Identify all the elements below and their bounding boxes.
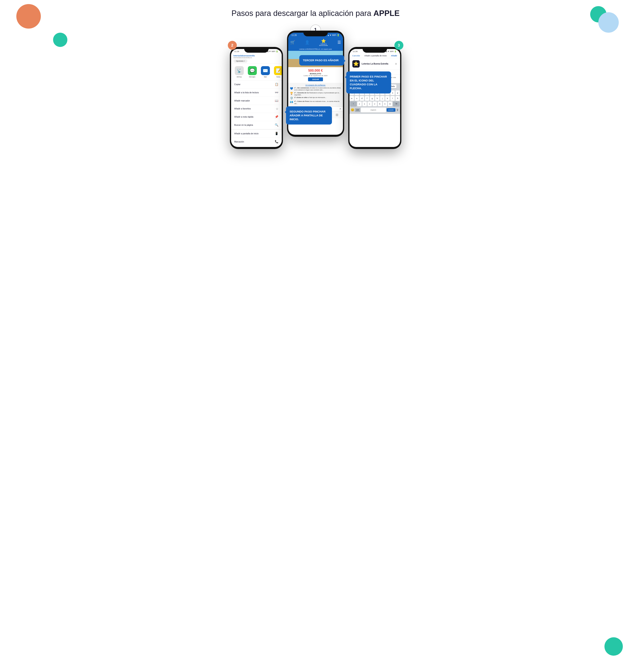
share-icon-messages[interactable]: 💬 Mensajes <box>247 66 257 78</box>
key-x[interactable]: x <box>362 101 367 106</box>
book-icon: 📖 <box>275 99 278 102</box>
key-j[interactable]: j <box>380 96 385 101</box>
p1-breadcrumb-text: Loterías LA BUENA ESTRELLA: ¡Un espacio … <box>299 48 332 50</box>
p2-options-label: Opciones > <box>236 60 245 62</box>
p2-options-btn[interactable]: Opciones > <box>234 59 248 63</box>
messages-icon: 💬 <box>248 66 257 75</box>
bubble3-text: TERCER PASO ES AÑADIR <box>303 59 339 62</box>
play-button[interactable]: JUGAR <box>308 77 323 81</box>
delete-key[interactable]: ⌫ <box>393 101 399 106</box>
trust-desc-3: Todo tipo de información... <box>309 97 326 98</box>
deco-circle-orange <box>16 4 41 29</box>
trust-item-2: 🏆 2°.- Garantía de Co Realizada la compr… <box>290 92 341 96</box>
p1-prize: 500.000 € BONOLOTO Lunes 16 de septiembr… <box>288 67 343 83</box>
menu-read-list[interactable]: Añadir a la lista de lectura 👓 <box>231 89 282 97</box>
notes-icon: 📝 <box>274 66 282 75</box>
key-p[interactable]: p <box>395 91 400 95</box>
key-m[interactable]: m <box>388 101 392 106</box>
share-icon-mail[interactable]: ✉️ Mail <box>261 66 270 78</box>
star-outline-icon: ☆ <box>276 107 278 111</box>
user-icon[interactable]: 👤 <box>305 40 310 45</box>
menu-marcacion[interactable]: Marcación 📞 <box>231 138 282 146</box>
reload-icon[interactable]: ↺ <box>339 108 341 110</box>
bubble3: TERCER PASO ES AÑADIR <box>299 55 344 66</box>
trust-title-1: 1°.- Sin comisiones: <box>294 87 310 89</box>
p3-app-info: Loterías La Buena Estrella <box>362 63 388 65</box>
menu-icon[interactable]: ☰ <box>337 40 341 45</box>
deco-circle-teal-small <box>53 33 67 47</box>
menu-find[interactable]: Buscar en la página 🔍 <box>231 121 282 129</box>
phone3-screen: 11:26 ▲▼ WiFi 🔋 Cancelar Añadir a pantal… <box>349 49 400 147</box>
p2-statusbar: 11:26 ▲▼ WiFi 🔋 <box>231 49 282 53</box>
p2-share-url: loteriaslabuenaestrella.es <box>234 57 279 58</box>
menu-copy[interactable]: Copiar 📋 <box>231 80 282 89</box>
trust-text-1: 1°.- Sin comisiones: Al estar en el cana… <box>294 87 341 91</box>
accept-key[interactable]: aceptar <box>387 108 395 112</box>
share-icon-notes[interactable]: 📝 Notas <box>273 66 282 78</box>
trust-text-4: 4°.- Cobro de Prem Una vez realizado el … <box>294 100 341 104</box>
share-icon-airdrop[interactable]: 📡 AirDrop <box>234 66 244 78</box>
key-f[interactable]: f <box>365 96 369 101</box>
key-a[interactable]: a <box>349 96 354 101</box>
phone3-wrap: 3 11:26 ▲▼ WiFi 🔋 Cancelar Añadir a pant… <box>348 47 401 149</box>
key-g[interactable]: g <box>370 96 374 101</box>
trust-text-3: 3°.-Estás en sitio s Todo tipo de inform… <box>294 97 326 99</box>
airdrop-icon: 📡 <box>235 66 244 75</box>
p3-header: Cancelar Añadir a pantalla de inicio Aña… <box>349 53 400 58</box>
p2-share-site: loteriaslabuenaestrella <box>234 54 279 57</box>
messages-label: Mensajes <box>249 76 256 78</box>
p3-mic-area: 🎙 <box>396 109 399 112</box>
key-h[interactable]: h <box>375 96 380 101</box>
clear-icon[interactable]: ✕ <box>395 62 397 66</box>
shift-key[interactable]: ⇧ <box>350 101 357 106</box>
menu-read-list-label: Añadir a la lista de lectura <box>234 92 259 94</box>
emoji-icon[interactable]: 😊 <box>351 108 355 112</box>
key-123[interactable]: 123 <box>355 108 360 112</box>
step3-number: 3 <box>394 41 404 50</box>
steps-row: 2 11:26 ▲▼ WiFi 🔋 loteriaslabuenaestrell… <box>197 31 434 149</box>
key-k[interactable]: k <box>385 96 390 101</box>
add-button[interactable]: Añadir <box>391 54 397 57</box>
menu-print[interactable]: Imprimir 🖨️ <box>231 146 282 147</box>
menu-add-home[interactable]: Añadir a pantalla de inicio 📱 <box>231 129 282 138</box>
cancel-button[interactable]: Cancelar <box>353 54 360 57</box>
key-v[interactable]: v <box>372 101 377 106</box>
trust-item-1: 💙 1°.- Sin comisiones: Al estar en el ca… <box>290 87 341 91</box>
step2-number: 2 <box>228 41 237 50</box>
cart-icon[interactable]: 🛒 <box>290 40 295 45</box>
key-n-tilde[interactable]: ñ <box>395 96 400 101</box>
menu-add-home-label: Añadir a pantalla de inicio <box>234 133 259 135</box>
key-b[interactable]: b <box>378 101 382 106</box>
phone2-wrap: 2 11:26 ▲▼ WiFi 🔋 loteriaslabuenaestrell… <box>230 47 283 149</box>
deco-circle-teal-top <box>590 6 607 22</box>
key-l[interactable]: l <box>390 96 395 101</box>
menu-bookmark-label: Añadir marcador <box>234 100 250 102</box>
airdrop-label: AirDrop <box>237 76 242 78</box>
key-d[interactable]: d <box>360 96 364 101</box>
key-z[interactable]: z <box>357 101 362 106</box>
keyboard-bottom-row: 😊 123 espacio aceptar 🎙 <box>350 107 400 113</box>
key-n[interactable]: n <box>383 101 387 106</box>
p3-emoji-area: 😊 <box>351 108 355 112</box>
guarantee-icon: 🏆 <box>290 92 293 95</box>
deco-circle-blue-light <box>598 12 619 33</box>
p3-title: Añadir a pantalla de inicio <box>364 54 387 57</box>
p1-time: 11:26 <box>292 34 297 36</box>
menu-favorites[interactable]: Añadir a favoritos ☆ <box>231 105 282 113</box>
tabs-icon[interactable]: ⊞ <box>336 113 338 117</box>
shield-icon: 🛡️ <box>290 97 293 100</box>
menu-find-label: Buscar en la página <box>234 124 253 126</box>
p1-breadcrumb: Loterías LA BUENA ESTRELLA: ¡Un espacio … <box>288 47 343 51</box>
app-name: Loterías La Buena Estrella <box>362 63 388 65</box>
p1-logo: ⭐ Loterías laBuena Estrella <box>319 39 328 46</box>
bubble1-text: PRIMER PASO ES PINCHAR EN EL ICONO DEL C… <box>350 75 387 90</box>
space-key[interactable]: espacio <box>361 107 386 113</box>
bubble1: PRIMER PASO ES PINCHAR EN EL ICONO DEL C… <box>346 71 391 94</box>
p1-status-icons: ▲▼ WiFi 🔋 <box>327 34 339 37</box>
key-s[interactable]: s <box>355 96 359 101</box>
key-c[interactable]: c <box>367 101 372 106</box>
menu-quick-note[interactable]: Añadir a nota rápida 📌 <box>231 113 282 121</box>
trust-item-3: 🛡️ 3°.-Estás en sitio s Todo tipo de inf… <box>290 97 341 100</box>
mic-icon[interactable]: 🎙 <box>396 109 399 112</box>
menu-bookmark[interactable]: Añadir marcador 📖 <box>231 97 282 105</box>
